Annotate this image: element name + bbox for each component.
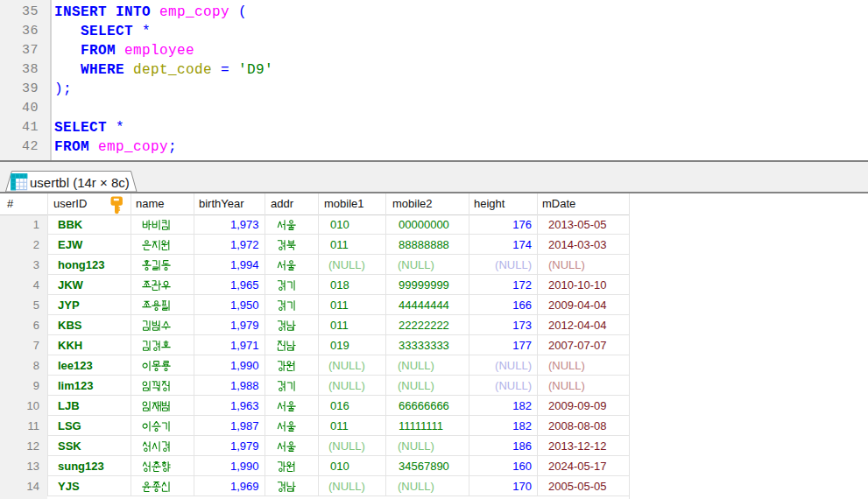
svg-text:usertbl (14r × 8c): usertbl (14r × 8c) [30,175,130,190]
